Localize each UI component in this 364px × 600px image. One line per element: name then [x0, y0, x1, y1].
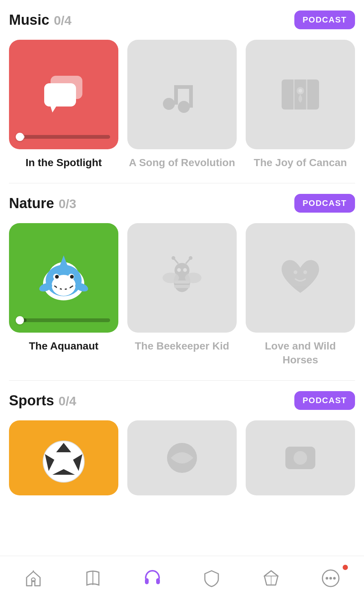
book-icon: [83, 568, 103, 588]
shield-icon: [201, 568, 222, 588]
section-count-sports: 0/4: [58, 394, 76, 408]
card-progress-in-the-spotlight: [17, 135, 110, 139]
card-image-sports-3: [246, 420, 355, 495]
svg-rect-23: [57, 286, 60, 290]
nav-shield[interactable]: [189, 563, 234, 593]
section-title-nature: Nature 0/3: [9, 195, 76, 212]
card-image-aquanaut: [9, 223, 118, 333]
notification-dot: [343, 565, 348, 570]
card-image-song-of-revolution: [127, 40, 237, 149]
card-sports-2[interactable]: [127, 420, 237, 495]
svg-rect-36: [174, 280, 190, 284]
card-image-beekeeper-kid: [127, 223, 237, 333]
svg-rect-25: [67, 286, 70, 290]
section-header-sports: Sports 0/4 PODCAST: [9, 391, 355, 410]
card-song-of-revolution[interactable]: A Song of Revolution: [127, 40, 237, 170]
card-joy-of-cancan[interactable]: The Joy of Cancan: [246, 40, 355, 170]
nature-cards-grid: The Aquanaut: [9, 223, 355, 367]
shark-icon: [34, 250, 94, 306]
svg-point-63: [329, 577, 332, 579]
svg-rect-54: [145, 578, 149, 584]
section-name-nature: Nature: [9, 195, 54, 212]
svg-point-21: [55, 275, 59, 279]
soccer-icon: [34, 432, 94, 484]
podcast-badge-music[interactable]: PODCAST: [294, 10, 355, 29]
section-sports: Sports 0/4 PODCAST: [9, 381, 355, 495]
music-note-icon: [158, 74, 206, 115]
section-name-sports: Sports: [9, 393, 54, 409]
card-sports-1[interactable]: [9, 420, 118, 495]
music-cards-grid: In the Spotlight A Song of Revolution: [9, 40, 355, 170]
bee-icon: [158, 254, 206, 302]
heart-icon: [276, 254, 325, 302]
bottom-nav: [0, 556, 364, 600]
svg-rect-37: [174, 285, 190, 288]
nav-gem[interactable]: [249, 563, 294, 593]
card-image-joy-of-cancan: [246, 40, 355, 149]
card-progress-aquanaut: [17, 318, 110, 322]
home-icon: [23, 568, 43, 588]
card-love-wild-horses[interactable]: Love and Wild Horses: [246, 223, 355, 367]
svg-point-62: [325, 577, 328, 579]
card-label-aquanaut: The Aquanaut: [29, 339, 98, 353]
progress-fill: [17, 318, 27, 322]
section-title-music: Music 0/4: [9, 12, 72, 28]
svg-point-40: [294, 270, 297, 274]
nav-home[interactable]: [11, 563, 56, 593]
section-header-nature: Nature 0/3 PODCAST: [9, 194, 355, 213]
svg-marker-3: [51, 106, 56, 112]
card-image-sports-1: [9, 420, 118, 495]
section-header-music: Music 0/4 PODCAST: [9, 10, 355, 29]
svg-point-39: [183, 268, 187, 272]
svg-point-64: [333, 577, 336, 579]
headphones-icon: [142, 568, 163, 588]
card-in-the-spotlight[interactable]: In the Spotlight: [9, 40, 118, 170]
card-label-beekeeper-kid: The Beekeeper Kid: [135, 339, 229, 353]
card-label-in-the-spotlight: In the Spotlight: [25, 156, 102, 170]
sports-generic2-icon: [278, 435, 323, 480]
card-image-sports-2: [127, 420, 237, 495]
card-beekeeper-kid[interactable]: The Beekeeper Kid: [127, 223, 237, 367]
svg-point-31: [172, 256, 175, 260]
card-aquanaut[interactable]: The Aquanaut: [9, 223, 118, 367]
svg-point-41: [303, 270, 307, 274]
nav-listen[interactable]: [130, 563, 175, 593]
svg-point-4: [163, 98, 175, 110]
card-image-love-wild-horses: [246, 223, 355, 333]
svg-point-38: [177, 268, 181, 272]
svg-point-50: [294, 451, 307, 465]
svg-line-59: [276, 576, 278, 585]
section-name-music: Music: [9, 12, 49, 28]
svg-line-58: [264, 576, 267, 585]
card-sports-3[interactable]: [246, 420, 355, 495]
svg-rect-55: [156, 578, 160, 584]
sports-cards-grid: [9, 420, 355, 495]
svg-point-13: [298, 89, 302, 93]
svg-rect-2: [44, 83, 76, 106]
nav-learn[interactable]: [70, 563, 115, 593]
podcast-badge-nature[interactable]: PODCAST: [294, 194, 355, 213]
svg-marker-57: [264, 571, 278, 576]
section-title-sports: Sports 0/4: [9, 393, 76, 409]
svg-point-6: [178, 101, 190, 113]
progress-dot: [16, 133, 24, 141]
section-music: Music 0/4 PODCAST: [9, 0, 355, 170]
gem-icon: [261, 568, 281, 588]
nav-more[interactable]: [308, 563, 353, 593]
podcast-badge-sports[interactable]: PODCAST: [294, 391, 355, 410]
card-label-joy-of-cancan: The Joy of Cancan: [254, 156, 347, 170]
svg-point-22: [70, 275, 74, 279]
svg-rect-24: [62, 286, 65, 290]
progress-fill: [17, 135, 25, 139]
more-icon: [321, 568, 341, 588]
svg-point-33: [189, 256, 192, 260]
section-count-nature: 0/3: [58, 196, 76, 211]
chat-icon: [37, 72, 90, 117]
card-label-song-of-revolution: A Song of Revolution: [129, 156, 235, 170]
card-label-love-wild-horses: Love and Wild Horses: [246, 339, 355, 367]
svg-rect-8: [174, 85, 193, 89]
card-image-in-the-spotlight: [9, 40, 118, 149]
main-content: Music 0/4 PODCAST: [0, 0, 364, 554]
sports-generic-icon: [160, 435, 204, 480]
section-nature: Nature 0/3 PODCAST: [9, 183, 355, 367]
